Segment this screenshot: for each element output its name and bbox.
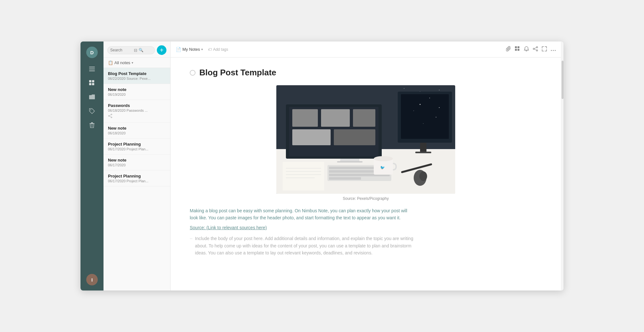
- svg-point-43: [429, 98, 430, 98]
- note-item-title: New note: [108, 126, 166, 131]
- svg-rect-51: [321, 109, 350, 127]
- more-icon[interactable]: [551, 47, 556, 52]
- svg-rect-20: [515, 49, 517, 51]
- svg-point-24: [536, 50, 538, 51]
- note-item-meta: 06/18/2020: [108, 131, 166, 135]
- bullet-icon: ···: [190, 236, 192, 256]
- scrollbar-thumb[interactable]: [562, 61, 564, 99]
- note-list-item[interactable]: New note06/19/2020: [103, 84, 170, 100]
- svg-rect-4: [92, 80, 94, 82]
- svg-line-25: [534, 48, 536, 49]
- note-intro-text: Making a blog post can be easy with some…: [190, 207, 413, 222]
- svg-text:🐦: 🐦: [380, 165, 385, 170]
- tag-icon[interactable]: [86, 105, 98, 117]
- add-note-button[interactable]: +: [157, 45, 166, 55]
- svg-rect-2: [89, 71, 95, 71]
- search-box[interactable]: ⊟ 🔍: [107, 46, 155, 54]
- svg-point-13: [111, 114, 112, 115]
- svg-rect-19: [518, 46, 519, 48]
- notebook-icon: 📄: [176, 47, 181, 52]
- notes-panel: ⊟ 🔍 + 📋 All notes ▾ Blog Post Template06…: [103, 42, 171, 290]
- svg-rect-10: [91, 122, 93, 123]
- note-list-item[interactable]: New note06/17/2020: [103, 155, 170, 170]
- note-source-link[interactable]: Source: (Link to relevant sources here): [190, 224, 413, 231]
- bell-icon[interactable]: [524, 46, 529, 53]
- folder-icon[interactable]: [86, 91, 98, 103]
- note-item-title: Blog Post Template: [108, 71, 166, 76]
- note-list-item[interactable]: Blog Post Template06/22/2020 Source: Pex…: [103, 68, 170, 84]
- grid-view-icon[interactable]: [515, 46, 520, 53]
- svg-rect-57: [420, 143, 426, 152]
- share-icon[interactable]: [533, 46, 538, 53]
- svg-line-17: [110, 116, 111, 117]
- tag-icon-small: 🏷: [208, 47, 212, 52]
- svg-rect-71: [283, 162, 324, 191]
- note-checkbox[interactable]: [190, 70, 195, 76]
- svg-line-26: [534, 49, 536, 50]
- svg-point-27: [551, 50, 552, 51]
- note-image-container: 🐦 Source: Pexels/Picography: [190, 85, 542, 201]
- svg-point-28: [553, 50, 554, 51]
- user-avatar-top[interactable]: D: [86, 47, 98, 58]
- attach-icon[interactable]: [506, 46, 511, 53]
- trash-icon[interactable]: [86, 119, 98, 131]
- svg-rect-50: [292, 109, 318, 127]
- svg-point-42: [420, 104, 421, 105]
- all-notes-label[interactable]: All notes: [114, 60, 130, 65]
- note-list-item[interactable]: Passwords06/18/2020 Passwords ...: [103, 100, 170, 123]
- svg-point-14: [109, 116, 110, 117]
- svg-rect-5: [89, 83, 91, 85]
- note-toolbar: 📄 My Notes ▾ 🏷 Add tags: [171, 42, 561, 57]
- user-avatar-bottom[interactable]: I: [86, 274, 98, 285]
- svg-point-45: [413, 110, 414, 111]
- note-item-title: New note: [108, 158, 166, 162]
- menu-icon[interactable]: [86, 63, 98, 75]
- svg-point-66: [374, 156, 393, 161]
- svg-point-47: [423, 123, 424, 124]
- dashboard-icon[interactable]: [86, 77, 98, 89]
- svg-point-23: [533, 48, 534, 49]
- toolbar-actions: [506, 46, 556, 53]
- note-list-item[interactable]: Project Planning06/17/2020 Project Plan.…: [103, 139, 170, 155]
- all-notes-chevron: ▾: [132, 61, 133, 64]
- svg-point-70: [419, 171, 427, 181]
- expand-icon[interactable]: [542, 46, 547, 53]
- note-body-paragraph: ··· Include the body of your post here. …: [190, 235, 413, 256]
- source-link-anchor[interactable]: Source: (Link to relevant sources here): [190, 225, 267, 230]
- svg-point-8: [90, 109, 91, 110]
- add-tags-label[interactable]: Add tags: [213, 47, 228, 52]
- breadcrumb-chevron: ▾: [201, 48, 203, 51]
- breadcrumb: 📄 My Notes ▾: [176, 47, 203, 52]
- note-title-row: Blog Post Template: [190, 68, 542, 78]
- image-caption: Source: Pexels/Picography: [343, 196, 389, 201]
- svg-rect-18: [515, 46, 517, 48]
- note-item-meta: 06/17/2020 Project Plan...: [108, 179, 166, 183]
- note-list-item[interactable]: New note06/18/2020: [103, 123, 170, 139]
- note-header-image: 🐦: [276, 85, 455, 194]
- search-input[interactable]: [110, 48, 133, 52]
- filter-icon[interactable]: ⊟: [134, 48, 137, 53]
- svg-rect-63: [329, 177, 361, 180]
- main-scrollbar[interactable]: [561, 42, 564, 290]
- note-item-meta: 06/17/2020 Project Plan...: [108, 147, 166, 151]
- note-list-item[interactable]: Project Planning06/17/2020 Project Plan.…: [103, 170, 170, 186]
- tag-area[interactable]: 🏷 Add tags: [208, 47, 228, 52]
- svg-rect-56: [337, 161, 363, 162]
- note-item-meta: 06/18/2020 Passwords ...: [108, 109, 166, 112]
- svg-point-36: [439, 90, 440, 90]
- svg-point-15: [111, 117, 112, 118]
- svg-point-22: [536, 47, 538, 48]
- note-item-title: Project Planning: [108, 174, 166, 178]
- svg-rect-7: [89, 95, 95, 99]
- svg-point-29: [555, 50, 556, 51]
- svg-rect-21: [518, 49, 519, 51]
- all-notes-bar[interactable]: 📋 All notes ▾: [103, 58, 170, 68]
- svg-point-46: [436, 117, 436, 117]
- svg-rect-53: [292, 129, 331, 145]
- note-editor[interactable]: Blog Post Template: [171, 57, 561, 290]
- notebook-label[interactable]: My Notes: [182, 47, 200, 52]
- svg-rect-41: [401, 94, 449, 139]
- svg-rect-54: [334, 129, 375, 145]
- note-item-title: New note: [108, 87, 166, 92]
- app-window: D: [80, 42, 564, 290]
